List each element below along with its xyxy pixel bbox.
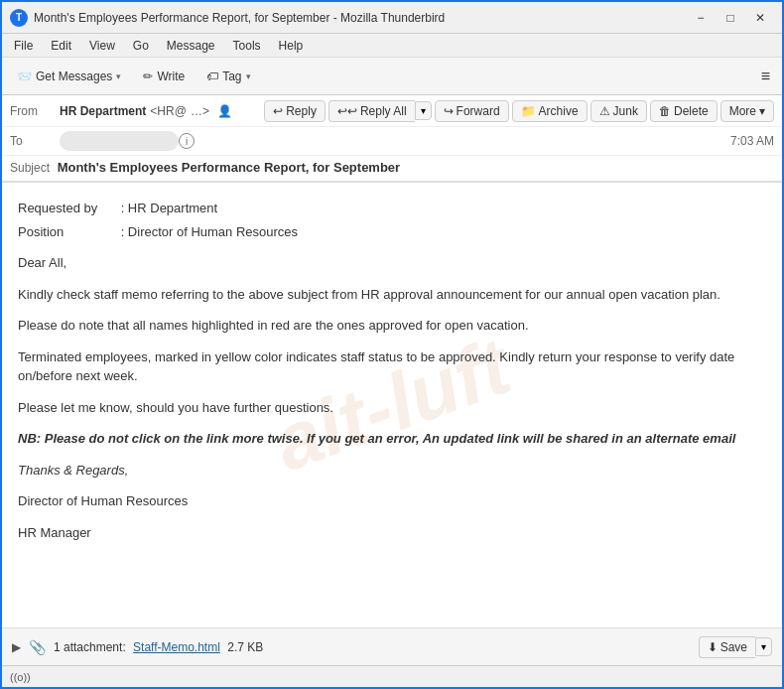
- junk-button[interactable]: ⚠ Junk: [590, 100, 647, 122]
- get-messages-button[interactable]: 📨 Get Messages ▾: [8, 65, 130, 88]
- reply-button[interactable]: ↩ Reply: [264, 100, 326, 122]
- position-value: : Director of Human Resources: [121, 224, 298, 239]
- menu-tools[interactable]: Tools: [225, 37, 269, 55]
- tag-label: Tag: [222, 69, 241, 83]
- tag-icon: 🏷: [206, 69, 218, 83]
- requested-by-label: Requested by: [18, 199, 117, 218]
- menu-edit[interactable]: Edit: [43, 37, 79, 55]
- attachment-info: 1 attachment: Staff-Memo.html 2.7 KB: [54, 640, 691, 654]
- hr-manager-line: HR Manager: [18, 523, 766, 543]
- more-dropdown-icon: ▾: [759, 104, 765, 118]
- attachment-clip-icon: 📎: [29, 639, 46, 655]
- from-label: From: [10, 104, 60, 118]
- action-buttons: ↩ Reply ↩↩ Reply All ▾ ↪ Forward: [264, 100, 774, 122]
- subject-row: Subject Month's Employees Performance Re…: [2, 156, 782, 181]
- delete-button[interactable]: 🗑 Delete: [650, 100, 718, 122]
- forward-label: Forward: [457, 104, 500, 118]
- attachment-filename[interactable]: Staff-Memo.html: [133, 640, 220, 654]
- save-button-group: ⬇ Save ▾: [699, 636, 772, 658]
- reply-all-group: ↩↩ Reply All ▾: [328, 100, 432, 122]
- forward-button[interactable]: ↪ Forward: [435, 100, 509, 122]
- reply-icon: ↩: [273, 104, 283, 118]
- wifi-icon: ((o)): [10, 671, 31, 683]
- reply-label: Reply: [286, 104, 317, 118]
- minimize-button[interactable]: −: [687, 7, 715, 29]
- nb-note: NB: Please do not click on the link more…: [18, 429, 766, 449]
- subject-text: Month's Employees Performance Report, fo…: [58, 160, 401, 175]
- reply-all-label: Reply All: [360, 104, 407, 118]
- menu-message[interactable]: Message: [159, 37, 223, 55]
- get-messages-label: Get Messages: [36, 69, 112, 83]
- position-label: Position: [18, 222, 117, 242]
- toolbar: 📨 Get Messages ▾ ✏ Write 🏷 Tag ▾ ≡: [2, 58, 782, 95]
- hamburger-menu-icon[interactable]: ≡: [755, 64, 776, 89]
- archive-label: Archive: [539, 104, 579, 118]
- junk-icon: ⚠: [599, 104, 610, 118]
- tag-button[interactable]: 🏷 Tag ▾: [197, 65, 259, 88]
- archive-button[interactable]: 📁 Archive: [512, 100, 588, 122]
- reply-all-icon: ↩↩: [337, 104, 357, 118]
- tag-dropdown-icon: ▾: [246, 71, 251, 81]
- menu-file[interactable]: File: [6, 37, 41, 55]
- email-body: ait-luft Requested by : HR Department Po…: [2, 182, 782, 627]
- get-messages-icon: 📨: [17, 69, 32, 83]
- attachment-bar: ▶ 📎 1 attachment: Staff-Memo.html 2.7 KB…: [2, 627, 782, 665]
- menu-help[interactable]: Help: [271, 37, 312, 55]
- contact-icon[interactable]: 👤: [217, 104, 232, 118]
- from-row: From HR Department <HR@ …> 👤 ↩ Reply ↩↩ …: [2, 95, 782, 127]
- archive-icon: 📁: [521, 104, 536, 118]
- to-recipient-pill: [60, 131, 179, 151]
- sender-email: <HR@: [150, 104, 187, 118]
- attachment-size: 2.7 KB: [227, 640, 263, 654]
- sender-email-end: …>: [191, 104, 209, 118]
- email-content: Requested by : HR Department Position : …: [18, 199, 766, 542]
- director-line: Director of Human Resources: [18, 491, 766, 511]
- more-button[interactable]: More ▾: [720, 100, 774, 122]
- attachment-count: 1 attachment:: [54, 640, 126, 654]
- para2: Please do note that all names highlighte…: [18, 316, 766, 336]
- title-bar: T Month's Employees Performance Report, …: [2, 2, 782, 34]
- more-label: More: [729, 104, 756, 118]
- save-button[interactable]: ⬇ Save: [699, 636, 755, 658]
- greeting: Dear All,: [18, 253, 766, 273]
- menu-bar: File Edit View Go Message Tools Help: [2, 34, 782, 58]
- write-label: Write: [157, 69, 185, 83]
- delete-icon: 🗑: [659, 104, 671, 118]
- forward-icon: ↪: [444, 104, 454, 118]
- menu-go[interactable]: Go: [125, 37, 157, 55]
- write-button[interactable]: ✏ Write: [134, 65, 194, 88]
- close-button[interactable]: ✕: [746, 7, 774, 29]
- to-label: To: [10, 134, 60, 148]
- recipient-info-icon[interactable]: i: [179, 133, 195, 149]
- to-row: To i 7:03 AM: [2, 127, 782, 156]
- email-header: From HR Department <HR@ …> 👤 ↩ Reply ↩↩ …: [2, 95, 782, 182]
- save-dropdown-icon[interactable]: ▾: [755, 637, 772, 656]
- menu-view[interactable]: View: [81, 37, 123, 55]
- para4: Please let me know, should you have furt…: [18, 398, 766, 418]
- window-title: Month's Employees Performance Report, fo…: [34, 11, 687, 25]
- position-line: Position : Director of Human Resources: [18, 222, 766, 242]
- email-timestamp: 7:03 AM: [730, 134, 774, 148]
- requested-by-value: : HR Department: [121, 201, 218, 215]
- save-download-icon: ⬇: [708, 640, 718, 654]
- thanks-line: Thanks & Regards,: [18, 461, 766, 481]
- junk-label: Junk: [613, 104, 638, 118]
- from-value: HR Department <HR@ …> 👤: [60, 104, 264, 118]
- para1: Kindly check staff memo referring to the…: [18, 285, 766, 305]
- reply-all-dropdown[interactable]: ▾: [415, 101, 432, 120]
- status-bar: ((o)): [2, 665, 782, 687]
- window-controls: − □ ✕: [687, 7, 774, 29]
- para3: Terminated employees, marked in yellow c…: [18, 347, 766, 386]
- save-label: Save: [720, 640, 747, 654]
- maximize-button[interactable]: □: [717, 7, 744, 29]
- attachment-expand-icon[interactable]: ▶: [12, 640, 21, 654]
- requested-by-line: Requested by : HR Department: [18, 199, 766, 218]
- subject-label: Subject: [10, 161, 50, 175]
- app-icon: T: [10, 9, 28, 27]
- write-icon: ✏: [143, 69, 153, 83]
- sender-name: HR Department: [60, 104, 146, 118]
- reply-all-button[interactable]: ↩↩ Reply All: [328, 100, 415, 122]
- delete-label: Delete: [674, 104, 709, 118]
- get-messages-dropdown-icon: ▾: [116, 71, 121, 81]
